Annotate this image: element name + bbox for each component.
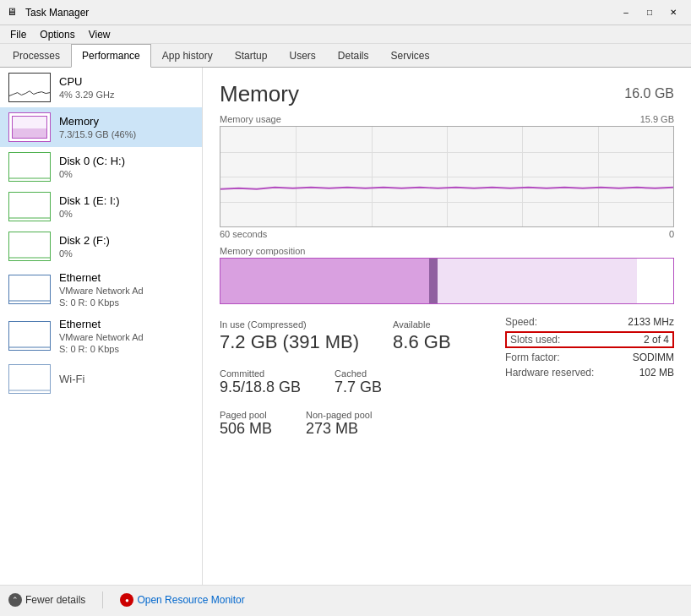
tab-app-history[interactable]: App history [151, 44, 224, 68]
disk1-thumb [8, 192, 51, 221]
menu-file[interactable]: File [3, 27, 33, 42]
window-title: Task Manager [25, 7, 615, 19]
maximize-button[interactable]: □ [639, 4, 661, 21]
stats-row2: Committed 9.5/18.8 GB Cached 7.7 GB [220, 367, 480, 401]
disk1-info: Disk 1 (E: I:) 0% [59, 194, 193, 219]
memory-graph-section: Memory usage 15.9 GB [220, 114, 674, 239]
in-use-label: In use (Compressed) [220, 319, 359, 330]
stat-in-use: In use (Compressed) 7.2 GB (391 MB) [220, 316, 359, 360]
stats-row1: In use (Compressed) 7.2 GB (391 MB) Avai… [220, 316, 480, 360]
detail-header: Memory 16.0 GB [220, 81, 674, 107]
close-button[interactable]: ✕ [662, 4, 684, 21]
comp-free [637, 259, 673, 303]
detail-total: 16.0 GB [624, 86, 674, 101]
sidebar-scroll[interactable]: CPU 4% 3.29 GHz Memory 7.3/15.9 GB (46%) [0, 68, 202, 585]
memory-sub: 7.3/15.9 GB (46%) [59, 129, 193, 139]
wifi-thumb [8, 364, 51, 394]
tab-services[interactable]: Services [380, 44, 441, 68]
tab-bar: Processes Performance App history Startu… [0, 44, 691, 68]
available-value: 8.6 GB [393, 331, 450, 353]
status-bar: ⌃ Fewer details ● Open Resource Monitor [0, 585, 691, 614]
disk1-sub: 0% [59, 209, 193, 219]
sidebar-item-memory[interactable]: Memory 7.3/15.9 GB (46%) [0, 107, 202, 147]
sidebar-item-ethernet2[interactable]: Ethernet VMware Network Ad S: 0 R: 0 Kbp… [0, 313, 202, 359]
hardware-reserved-value: 102 MB [639, 367, 674, 379]
main-area: CPU 4% 3.29 GHz Memory 7.3/15.9 GB (46%) [0, 68, 691, 585]
title-bar: 🖥 Task Manager – □ ✕ [0, 0, 691, 25]
disk2-info: Disk 2 (F:) 0% [59, 234, 193, 259]
resource-monitor-icon: ● [120, 593, 133, 607]
disk0-sub: 0% [59, 169, 193, 179]
speed-value: 2133 MHz [628, 316, 674, 328]
cpu-sub: 4% 3.29 GHz [59, 90, 193, 100]
memory-mini-graph [12, 116, 47, 139]
status-divider [102, 591, 103, 608]
sidebar-item-disk0[interactable]: Disk 0 (C: H:) 0% [0, 147, 202, 187]
bottom-stats: In use (Compressed) 7.2 GB (391 MB) Avai… [220, 316, 674, 443]
app-icon: 🖥 [7, 6, 20, 19]
tab-performance[interactable]: Performance [71, 44, 151, 68]
menu-bar: File Options View [0, 25, 691, 44]
memory-graph [220, 126, 674, 227]
stat-cached: Cached 7.7 GB [335, 367, 382, 401]
tab-users[interactable]: Users [278, 44, 326, 68]
available-label: Available [393, 319, 450, 330]
sidebar-item-cpu[interactable]: CPU 4% 3.29 GHz [0, 68, 202, 107]
graph-label: Memory usage [220, 114, 281, 124]
ethernet2-thumb [8, 321, 51, 351]
hardware-reserved-row: Hardware reserved: 102 MB [505, 367, 674, 379]
left-stats: In use (Compressed) 7.2 GB (391 MB) Avai… [220, 316, 480, 443]
comp-modified [429, 259, 438, 303]
ethernet2-info: Ethernet VMware Network Ad S: 0 R: 0 Kbp… [59, 318, 193, 354]
ethernet2-sub2: S: 0 R: 0 Kbps [59, 344, 193, 354]
paged-pool-label: Paged pool [220, 410, 272, 420]
in-use-value: 7.2 GB (391 MB) [220, 331, 359, 353]
composition-bar [220, 258, 674, 304]
tab-startup[interactable]: Startup [224, 44, 279, 68]
disk2-thumb [8, 232, 51, 261]
paged-pool-value: 506 MB [220, 420, 272, 438]
sidebar-item-wifi[interactable]: Wi-Fi [0, 359, 202, 399]
form-factor-row: Form factor: SODIMM [505, 352, 674, 363]
graph-max: 15.9 GB [640, 114, 674, 124]
committed-label: Committed [220, 368, 301, 379]
disk2-sub: 0% [59, 248, 193, 259]
committed-value: 9.5/18.8 GB [220, 379, 301, 396]
wifi-label: Wi-Fi [59, 373, 193, 385]
stat-committed: Committed 9.5/18.8 GB [220, 367, 301, 401]
disk0-thumb [8, 152, 51, 182]
time-start: 60 seconds [220, 229, 267, 239]
slots-row: Slots used: 2 of 4 [505, 331, 674, 348]
sidebar: CPU 4% 3.29 GHz Memory 7.3/15.9 GB (46%) [0, 68, 203, 585]
speed-row: Speed: 2133 MHz [505, 316, 674, 328]
tab-details[interactable]: Details [327, 44, 380, 68]
chevron-up-icon: ⌃ [8, 593, 22, 607]
sidebar-item-ethernet1[interactable]: Ethernet VMware Network Ad S: 0 R: 0 Kbp… [0, 266, 202, 313]
time-labels: 60 seconds 0 [220, 229, 674, 239]
sidebar-item-disk1[interactable]: Disk 1 (E: I:) 0% [0, 187, 202, 226]
wifi-info: Wi-Fi [59, 373, 193, 385]
non-paged-pool-label: Non-paged pool [306, 410, 372, 420]
slots-label: Slots used: [510, 334, 560, 346]
minimize-button[interactable]: – [615, 4, 637, 21]
menu-options[interactable]: Options [33, 27, 81, 42]
speed-label: Speed: [505, 316, 537, 328]
right-stats: Speed: 2133 MHz Slots used: 2 of 4 Form … [497, 316, 674, 443]
open-resource-monitor-button[interactable]: ● Open Resource Monitor [120, 593, 244, 607]
fewer-details-label: Fewer details [25, 594, 85, 606]
cached-label: Cached [335, 368, 382, 379]
menu-view[interactable]: View [82, 27, 117, 42]
cpu-label: CPU [59, 75, 193, 88]
sidebar-item-disk2[interactable]: Disk 2 (F:) 0% [0, 226, 202, 266]
window-controls: – □ ✕ [615, 4, 684, 21]
slots-value: 2 of 4 [644, 334, 669, 346]
memory-thumb [8, 112, 51, 142]
non-paged-pool-value: 273 MB [306, 420, 372, 438]
disk0-info: Disk 0 (C: H:) 0% [59, 155, 193, 179]
fewer-details-button[interactable]: ⌃ Fewer details [8, 593, 85, 607]
tab-processes[interactable]: Processes [2, 44, 71, 68]
time-end: 0 [669, 229, 674, 239]
disk2-label: Disk 2 (F:) [59, 234, 193, 247]
detail-title: Memory [220, 81, 299, 107]
comp-standby [438, 259, 637, 303]
